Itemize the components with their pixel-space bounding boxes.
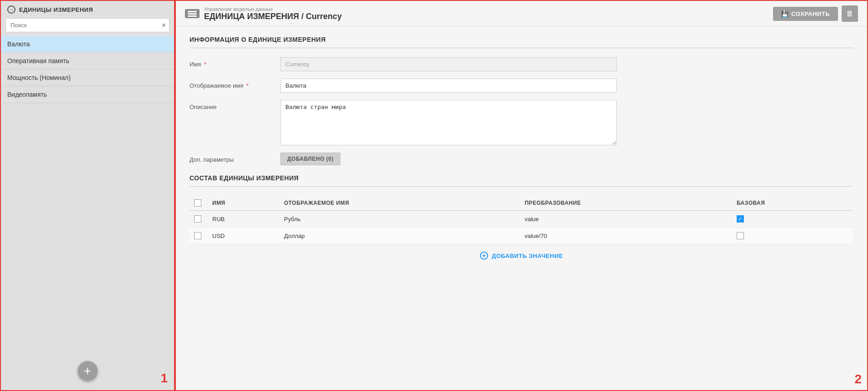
save-label: СОХРАНИТЬ: [791, 10, 830, 17]
required-star-name: *: [204, 61, 206, 68]
sidebar-item-operativnaya[interactable]: Оперативная память: [1, 53, 174, 69]
section2-divider: [190, 186, 853, 187]
search-box: ×: [5, 18, 170, 32]
description-textarea[interactable]: Валюта стран мира: [280, 100, 617, 145]
trash-icon: 🗑: [846, 10, 853, 18]
db-bar-1: [188, 11, 197, 12]
row2-checkbox-cell: [190, 228, 208, 244]
header-main-title: ЕДИНИЦА ИЗМЕРЕНИЯ / Currency: [204, 12, 342, 21]
description-row: Описание Валюта стран мира: [190, 100, 853, 145]
header-subtitle: Управление моделью данных: [204, 6, 342, 12]
row2-transform: value/70: [520, 228, 732, 244]
section2-title: СОСТАВ ЕДИНИЦЫ ИЗМЕРЕНИЯ: [190, 174, 853, 182]
header-actions: 💾 СОХРАНИТЬ 🗑: [773, 5, 858, 22]
section1-divider: [190, 48, 853, 48]
display-name-input[interactable]: [280, 79, 617, 93]
units-icon: ○: [7, 5, 15, 14]
sidebar-item-moshnost[interactable]: Мощность (Номинал): [1, 69, 174, 86]
db-icon: [185, 9, 200, 18]
left-panel: ○ ЕДИНИЦЫ ИЗМЕРЕНИЯ × Валюта Оперативная…: [0, 0, 175, 391]
db-bar-3: [188, 15, 197, 17]
row2-base-cell: [732, 228, 853, 244]
row1-base-cell: [732, 211, 853, 228]
sidebar-item-valuta[interactable]: Валюта: [1, 36, 174, 53]
th-base: БАЗОВАЯ: [732, 196, 853, 211]
table-header-row: ИМЯ ОТОБРАЖАЕМОЕ ИМЯ ПРЕОБРАЗОВАНИЕ БАЗО…: [190, 196, 853, 211]
required-star-display: *: [246, 82, 249, 89]
table-row: RUB Рубль value: [190, 211, 853, 228]
row2-display-name: Доллар: [279, 228, 520, 244]
add-item-button[interactable]: +: [78, 361, 98, 381]
section1-title: ИНФОРМАЦИЯ О ЕДИНИЦЕ ИЗМЕРЕНИЯ: [190, 36, 853, 43]
right-wrapper: Управление моделью данных ЕДИНИЦА ИЗМЕРЕ…: [175, 0, 868, 391]
sidebar-item-videopamyat[interactable]: Видеопамять: [1, 86, 174, 103]
db-bar-2: [188, 13, 197, 15]
table-row: USD Доллар value/70: [190, 228, 853, 244]
extra-params-row: Доп. параметры ДОБАВЛЕНО (0): [190, 153, 853, 165]
extra-params-button[interactable]: ДОБАВЛЕНО (0): [280, 153, 340, 165]
name-input[interactable]: [280, 57, 617, 71]
row1-display-name: Рубль: [279, 211, 520, 228]
header-checkbox[interactable]: [194, 199, 201, 207]
row1-checkbox-cell: [190, 211, 208, 228]
composition-section: СОСТАВ ЕДИНИЦЫ ИЗМЕРЕНИЯ ИМЯ ОТОБРАЖАЕМО…: [190, 174, 853, 267]
right-panel-header: Управление моделью данных ЕДИНИЦА ИЗМЕРЕ…: [176, 1, 867, 27]
row2-name: USD: [208, 228, 279, 244]
left-panel-title: ЕДИНИЦЫ ИЗМЕРЕНИЯ: [19, 6, 93, 13]
row1-name: RUB: [208, 211, 279, 228]
header-left: Управление моделью данных ЕДИНИЦА ИЗМЕРЕ…: [185, 6, 342, 21]
name-label: Имя *: [190, 57, 280, 68]
add-value-label: ДОБАВИТЬ ЗНАЧЕНИЕ: [492, 252, 563, 259]
composition-table: ИМЯ ОТОБРАЖАЕМОЕ ИМЯ ПРЕОБРАЗОВАНИЕ БАЗО…: [190, 196, 853, 244]
right-content: ИНФОРМАЦИЯ О ЕДИНИЦЕ ИЗМЕРЕНИЯ Имя * Ото…: [176, 27, 867, 276]
description-label: Описание: [190, 100, 280, 110]
th-name: ИМЯ: [208, 196, 279, 211]
th-checkbox: [190, 196, 208, 211]
th-transform: ПРЕОБРАЗОВАНИЕ: [520, 196, 732, 211]
panel-number-2: 2: [854, 372, 862, 386]
row1-transform: value: [520, 211, 732, 228]
left-panel-header: ○ ЕДИНИЦЫ ИЗМЕРЕНИЯ: [1, 1, 174, 18]
name-row: Имя *: [190, 57, 853, 71]
extra-params-label: Доп. параметры: [190, 153, 280, 163]
add-value-icon: +: [480, 252, 488, 260]
search-input[interactable]: [5, 18, 170, 32]
search-clear-icon[interactable]: ×: [162, 21, 166, 30]
row2-checkbox[interactable]: [194, 232, 201, 239]
panel-number-1: 1: [160, 371, 168, 386]
display-name-label: Отображаемое имя *: [190, 79, 280, 89]
display-name-row: Отображаемое имя *: [190, 79, 853, 93]
row1-checkbox[interactable]: [194, 215, 201, 223]
delete-button[interactable]: 🗑: [842, 5, 858, 22]
th-display-name: ОТОБРАЖАЕМОЕ ИМЯ: [279, 196, 520, 211]
save-icon: 💾: [781, 10, 789, 17]
db-icon-inner: [188, 11, 197, 17]
add-value-row[interactable]: + ДОБАВИТЬ ЗНАЧЕНИЕ: [190, 244, 853, 267]
header-titles: Управление моделью данных ЕДИНИЦА ИЗМЕРЕ…: [204, 6, 342, 21]
row1-base-checkbox[interactable]: [737, 215, 744, 223]
right-panel: Управление моделью данных ЕДИНИЦА ИЗМЕРЕ…: [175, 0, 868, 391]
save-button[interactable]: 💾 СОХРАНИТЬ: [773, 7, 838, 21]
row2-base-checkbox[interactable]: [737, 232, 744, 239]
